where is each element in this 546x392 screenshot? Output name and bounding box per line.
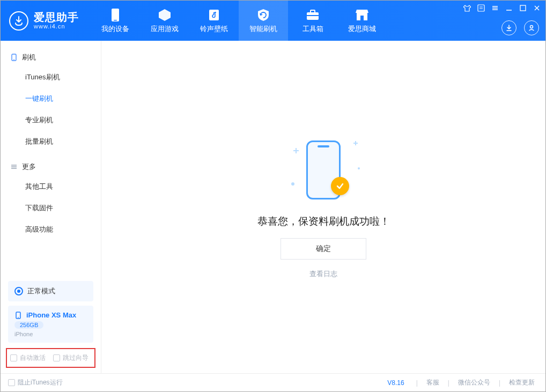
menu-icon[interactable]	[491, 4, 499, 12]
window-controls	[463, 4, 541, 12]
sidebar-item-pro-flash[interactable]: 专业刷机	[1, 109, 101, 131]
sidebar-section-label: 更多	[22, 162, 36, 172]
device-card[interactable]: iPhone XS Max 256GB iPhone	[8, 306, 93, 343]
sidebar-item-other-tools[interactable]: 其他工具	[1, 176, 101, 197]
sidebar-section-more: 更多	[1, 158, 101, 176]
device-phone-icon	[14, 312, 22, 319]
confirm-button[interactable]: 确定	[281, 238, 366, 260]
option-label: 自动激活	[20, 353, 46, 363]
sidebar-section-label: 刷机	[22, 53, 36, 62]
device-type: iPhone	[14, 331, 87, 337]
sidebar-section-flash: 刷机	[1, 48, 101, 66]
sidebar-item-batch-flash[interactable]: 批量刷机	[1, 131, 101, 152]
nav-label: 爱思商城	[348, 24, 376, 34]
toolbox-icon	[306, 8, 320, 22]
nav-apps-games[interactable]: 应用游戏	[140, 1, 189, 41]
footer-link-wechat[interactable]: 微信公众号	[455, 378, 493, 387]
sidebar-item-download-firmware[interactable]: 下载固件	[1, 197, 101, 219]
mode-label: 正常模式	[27, 286, 55, 296]
music-note-icon	[207, 8, 221, 22]
svg-rect-0	[112, 9, 119, 21]
checkbox-icon	[53, 354, 60, 361]
app-logo-icon	[9, 11, 28, 31]
nav-my-device[interactable]: 我的设备	[91, 1, 140, 41]
option-auto-activate[interactable]: 自动激活	[10, 353, 46, 363]
svg-rect-15	[520, 5, 526, 11]
nav-ringtone-wallpaper[interactable]: 铃声壁纸	[189, 1, 239, 41]
option-block-itunes[interactable]: 阻止iTunes运行	[8, 378, 63, 387]
footer-link-support[interactable]: 客服	[423, 378, 442, 387]
sidebar-item-itunes-flash[interactable]: iTunes刷机	[1, 66, 101, 88]
skin-icon[interactable]	[463, 4, 471, 12]
device-capacity: 256GB	[14, 321, 43, 329]
checkbox-icon	[8, 379, 15, 386]
svg-rect-4	[311, 10, 315, 13]
phone-icon	[10, 54, 18, 61]
nav-label: 工具箱	[302, 24, 323, 34]
device-icon	[108, 8, 122, 22]
body: 刷机 iTunes刷机 一键刷机 专业刷机 批量刷机 更多 其他工具 下载固件 …	[1, 41, 545, 373]
sidebar-item-advanced[interactable]: 高级功能	[1, 219, 101, 240]
shield-refresh-icon	[256, 8, 270, 22]
sidebar-item-oneclick-flash[interactable]: 一键刷机	[1, 88, 101, 109]
option-label: 阻止iTunes运行	[18, 378, 63, 387]
svg-rect-1	[114, 20, 117, 21]
view-log-link[interactable]: 查看日志	[309, 269, 337, 279]
app-subtitle: www.i4.cn	[34, 23, 79, 29]
nav-tabs: 我的设备 应用游戏 铃声壁纸 智能刷机 工具箱 爱思商城	[91, 1, 387, 41]
list-icon	[10, 163, 18, 171]
option-label: 跳过向导	[63, 353, 88, 363]
options-row: 自动激活 跳过向导	[6, 348, 95, 368]
cube-icon	[158, 8, 172, 22]
option-skip-guide[interactable]: 跳过向导	[53, 353, 88, 363]
nav-label: 应用游戏	[151, 24, 179, 34]
checkmark-badge-icon	[331, 177, 349, 195]
nav-label: 我的设备	[101, 24, 129, 34]
nav-label: 铃声壁纸	[200, 24, 228, 34]
sidebar: 刷机 iTunes刷机 一键刷机 专业刷机 批量刷机 更多 其他工具 下载固件 …	[1, 41, 101, 373]
svg-rect-8	[478, 5, 484, 11]
logo-area: 爱思助手 www.i4.cn	[1, 1, 91, 41]
user-icon[interactable]	[524, 20, 539, 35]
nav-smart-flash[interactable]: 智能刷机	[239, 1, 288, 41]
nav-label: 智能刷机	[249, 24, 277, 34]
nav-store[interactable]: 爱思商城	[337, 1, 387, 41]
sidebar-bottom: 正常模式 iPhone XS Max 256GB iPhone 自动激活	[1, 277, 101, 373]
main-content: 恭喜您，保资料刷机成功啦！ 确定 查看日志	[101, 41, 545, 373]
device-name: iPhone XS Max	[26, 311, 76, 319]
footer-link-update[interactable]: 检查更新	[506, 378, 538, 387]
mode-dot-icon	[14, 287, 23, 295]
success-title: 恭喜您，保资料刷机成功啦！	[257, 215, 390, 228]
nav-toolbox[interactable]: 工具箱	[288, 1, 337, 41]
footer: 阻止iTunes运行 V8.16 | 客服 | 微信公众号 | 检查更新	[1, 373, 545, 391]
checkbox-icon	[10, 354, 17, 361]
mode-card[interactable]: 正常模式	[8, 281, 93, 301]
app-title: 爱思助手	[34, 11, 79, 23]
app-window: 爱思助手 www.i4.cn 我的设备 应用游戏 铃声壁纸 智能刷机	[0, 0, 546, 392]
version-label: V8.16	[387, 379, 404, 387]
feedback-icon[interactable]	[477, 4, 485, 12]
download-icon[interactable]	[501, 20, 517, 35]
svg-point-18	[530, 26, 533, 28]
maximize-button[interactable]	[519, 4, 527, 12]
svg-rect-7	[360, 16, 364, 20]
close-button[interactable]	[533, 4, 541, 12]
titlebar-secondary-icons	[501, 20, 539, 35]
store-icon	[355, 8, 369, 22]
titlebar: 爱思助手 www.i4.cn 我的设备 应用游戏 铃声壁纸 智能刷机	[1, 1, 545, 41]
success-illustration	[286, 135, 361, 205]
minimize-button[interactable]	[505, 4, 513, 12]
svg-rect-5	[307, 15, 319, 16]
